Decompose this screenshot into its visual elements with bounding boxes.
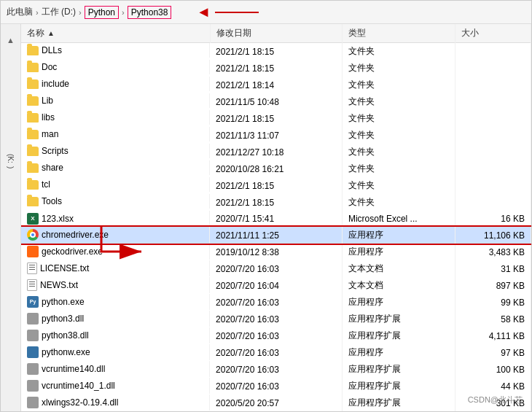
table-row[interactable]: vcruntime140.dll 2020/7/20 16:03 应用程序扩展 … [21,361,531,378]
table-row[interactable]: DLLs 2021/2/1 18:15 文件夹 [21,43,531,61]
file-name: Lib [21,93,210,108]
sep2: › [79,8,82,17]
file-date: 2020/10/28 16:21 [210,160,342,177]
file-type: 文件夹 [342,177,455,194]
table-row[interactable]: Lib 2021/11/5 10:48 文件夹 [21,93,531,110]
file-date: 2021/2/1 18:15 [210,43,342,61]
file-type: 文件夹 [342,77,455,93]
file-date: 2020/7/20 16:03 [210,260,342,277]
file-name: include [21,77,210,91]
file-size: 100 KB [455,361,531,378]
file-size [455,110,531,127]
file-type: 应用程序扩展 [342,378,455,394]
table-row[interactable]: Scripts 2021/12/27 10:18 文件夹 [21,144,531,160]
file-size: 4,111 KB [455,327,531,344]
file-date: 2020/7/20 16:03 [210,378,342,394]
file-type: 文件夹 [342,160,455,177]
k-drive-label: (K: [7,154,15,163]
file-date: 2020/7/1 15:41 [210,211,342,227]
file-name: python3.dll [21,311,210,327]
file-date: 2020/7/20 16:03 [210,311,342,327]
file-type: 应用程序 [342,244,455,260]
col-header-type[interactable]: 类型 [342,24,455,43]
file-date: 2020/7/20 16:03 [210,294,342,311]
file-name: Doc [21,60,210,74]
file-name: vcruntime140_1.dll [21,378,210,394]
file-type: 应用程序 [342,344,455,361]
file-date: 2021/11/5 10:48 [210,93,342,110]
table-row[interactable]: chromedriver.exe 2021/11/11 1:25 应用程序 11… [21,227,531,244]
file-name: tcl [21,177,210,192]
file-size: 3,483 KB [455,244,531,260]
table-row[interactable]: libs 2021/2/1 18:15 文件夹 [21,110,531,127]
breadcrumb-python38[interactable]: Python38 [128,6,172,19]
left-nav: ▲ (K: ) [1,24,21,411]
arrow-line [215,12,259,13]
file-size [455,77,531,93]
file-size: 99 KB [455,294,531,311]
table-row[interactable]: pythonw.exe 2020/7/20 16:03 应用程序 97 KB [21,344,531,361]
table-row[interactable]: Doc 2021/2/1 18:15 文件夹 [21,60,531,77]
file-date: 2020/5/20 20:57 [210,394,342,411]
file-date: 2021/2/1 18:15 [210,194,342,211]
file-date: 2020/7/20 16:04 [210,277,342,294]
col-header-name[interactable]: 名称▲ [21,24,210,43]
table-row[interactable]: include 2021/2/1 18:14 文件夹 [21,77,531,93]
table-row[interactable]: python3.dll 2020/7/20 16:03 应用程序扩展 58 KB [21,311,531,327]
table-row[interactable]: xlwings32-0.19.4.dll 2020/5/20 20:57 应用程… [21,394,531,411]
title-bar: 此电脑 › 工作 (D:) › Python › Python38 ◄ [1,1,531,24]
file-type: Microsoft Excel ... [342,211,455,227]
file-date: 2020/7/20 16:03 [210,344,342,361]
table-row[interactable]: LICENSE.txt 2020/7/20 16:03 文本文档 31 KB [21,260,531,277]
file-type: 文件夹 [342,127,455,144]
file-size: 31 KB [455,260,531,277]
file-type: 文件夹 [342,93,455,110]
file-type: 应用程序扩展 [342,327,455,344]
file-type: 应用程序 [342,227,455,244]
file-date: 2021/2/1 18:15 [210,110,342,127]
file-date: 2021/2/1 18:14 [210,77,342,93]
breadcrumb-computer[interactable]: 此电脑 [7,6,33,18]
table-row[interactable]: man 2021/11/3 11:07 文件夹 [21,127,531,144]
file-name: DLLs [21,43,210,58]
file-size: 16 KB [455,211,531,227]
table-row[interactable]: NEWS.txt 2020/7/20 16:04 文本文档 897 KB [21,277,531,294]
file-list-area: 名称▲ 修改日期 类型 大小 [21,24,531,411]
table-row[interactable]: geckodriver.exe 2019/10/12 8:38 应用程序 3,4… [21,244,531,260]
file-date: 2020/7/20 16:03 [210,327,342,344]
table-row[interactable]: Py python.exe 2020/7/20 16:03 应用程序 99 KB [21,294,531,311]
table-row[interactable]: share 2020/10/28 16:21 文件夹 [21,160,531,177]
sep1: › [36,8,39,17]
file-type: 应用程序扩展 [342,394,455,411]
left-label: ▲ [7,28,15,44]
breadcrumb-drive[interactable]: 工作 (D:) [42,6,76,18]
file-name: chromedriver.exe [21,227,210,243]
table-row[interactable]: vcruntime140_1.dll 2020/7/20 16:03 应用程序扩… [21,378,531,394]
file-name: geckodriver.exe [21,244,210,260]
file-size: 44 KB [455,378,531,394]
table-row[interactable]: Tools 2021/2/1 18:15 文件夹 [21,194,531,211]
breadcrumb-python[interactable]: Python [85,6,119,19]
file-date: 2021/11/11 1:25 [210,227,342,244]
file-size [455,160,531,177]
table-row[interactable]: python38.dll 2020/7/20 16:03 应用程序扩展 4,11… [21,327,531,344]
file-size [455,127,531,144]
file-size [455,144,531,160]
file-name: libs [21,110,210,125]
col-header-size[interactable]: 大小 [455,24,531,43]
file-date: 2019/10/12 8:38 [210,244,342,260]
col-header-date[interactable]: 修改日期 [210,24,342,43]
file-type: 应用程序扩展 [342,361,455,378]
file-type: 文件夹 [342,60,455,77]
file-type: 文件夹 [342,110,455,127]
file-size [455,60,531,77]
file-name: X 123.xlsx [21,211,210,227]
breadcrumb: 此电脑 › 工作 (D:) › Python › Python38 ◄ [7,4,259,20]
file-name: vcruntime140.dll [21,361,210,377]
table-row[interactable]: X 123.xlsx 2020/7/1 15:41 Microsoft Exce… [21,211,531,227]
table-row[interactable]: tcl 2021/2/1 18:15 文件夹 [21,177,531,194]
sep3: › [122,8,125,17]
file-name: share [21,160,210,175]
file-type: 应用程序 [342,294,455,311]
file-name: pythonw.exe [21,344,210,360]
